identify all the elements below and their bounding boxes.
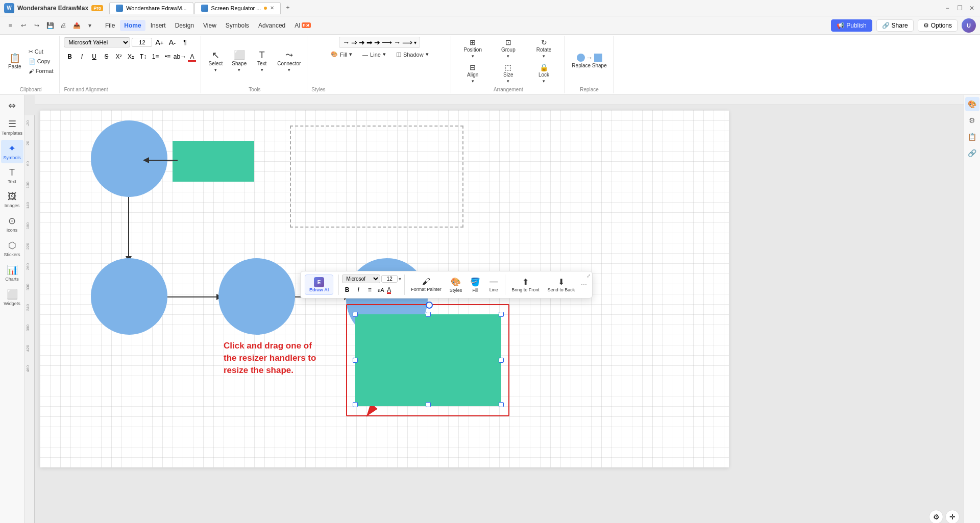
paragraph-align[interactable]: ¶ [179,37,190,48]
arrow-style-2[interactable]: ⇒ [351,38,357,46]
ft-bring-to-front[interactable]: ⬆ Bring to Front [508,275,543,295]
font-color[interactable]: A [186,51,198,62]
canvas[interactable]: Click and drag one ofthe resizer handler… [40,110,729,467]
sidebar-text[interactable]: T Text [1,164,23,187]
group-button[interactable]: ⊡ Group ▾ [491,37,526,61]
sidebar-templates[interactable]: ☰ Templates [1,115,23,139]
canvas-area[interactable]: -130 -90 -50 0 50 100 150 200 250 300 -2… [24,95,964,523]
ft-case[interactable]: aA [376,285,386,295]
list-ordered[interactable]: 1≡ [150,51,161,62]
circle-shape-1[interactable] [91,120,167,197]
menu-view[interactable]: View [199,20,220,31]
arrow-style-1[interactable]: → [342,38,350,46]
underline-button[interactable]: U [88,51,100,62]
font-increase[interactable]: A+ [154,37,165,48]
canvas-scroll-area[interactable]: Click and drag one ofthe resizer handler… [35,105,964,523]
align-button[interactable]: ⊟ Align ▾ [455,62,490,86]
ft-font-size[interactable] [381,275,398,283]
rs-link-btn[interactable]: 🔗 [965,146,979,160]
font-size-input[interactable] [132,38,152,47]
menu-design[interactable]: Design [171,20,198,31]
ft-send-to-back[interactable]: ⬇ Send to Back [545,275,578,295]
strikethrough-button[interactable]: S [101,51,112,62]
position-button[interactable]: ⊞ Position ▾ [455,37,490,61]
menu-insert[interactable]: Insert [146,20,170,31]
menu-advanced[interactable]: Advanced [254,20,289,31]
tab-screen-regulator[interactable]: Screen Regulator ... ✕ [194,2,281,14]
list-unordered[interactable]: •≡ [162,51,173,62]
connector-button[interactable]: ⤳ Connector ▾ [274,48,304,74]
edraw-ai-button[interactable]: E Edraw AI [305,275,333,295]
ft-italic[interactable]: I [353,285,363,295]
circle-shape-3[interactable] [218,258,295,335]
redo-button[interactable]: ↪ [31,19,43,32]
export-button[interactable]: 📤 [70,19,83,32]
arrow-style-4[interactable]: ➡ [366,38,373,46]
ft-line[interactable]: — Line [485,275,502,294]
minimize-button[interactable]: − [943,4,951,12]
word-wrap[interactable]: ab→ [174,51,185,62]
tab-close[interactable]: ✕ [270,5,274,11]
rect-shape-1[interactable] [173,141,254,182]
text-button[interactable]: T Text ▾ [253,48,271,74]
menu-symbols[interactable]: Symbols [222,20,253,31]
rotation-handle[interactable] [426,302,433,309]
arrow-style-3[interactable]: ➜ [359,38,365,46]
sidebar-widgets[interactable]: ⬜ Widgets [1,286,23,309]
rs-properties-btn[interactable]: ⚙ [965,113,979,128]
arrow-style-8[interactable]: ⟹ [402,38,412,46]
ft-align[interactable]: ≡ [364,285,375,295]
font-family-select[interactable]: Microsoft YaHei [64,37,130,47]
circle-shape-2[interactable] [91,258,167,335]
size-button[interactable]: ⬚ Size ▾ [491,62,526,86]
sidebar-icons[interactable]: ⊙ Icons [1,212,23,236]
ft-format-painter[interactable]: 🖌 Format Painter [408,275,445,294]
bold-button[interactable]: B [64,51,75,62]
italic-button[interactable]: I [76,51,87,62]
resize-handle-mr[interactable] [499,358,504,363]
restore-button[interactable]: ❐ [955,4,964,12]
format-button[interactable]: 🖌 Format [26,67,57,75]
resize-handle-br[interactable] [499,402,504,407]
arrow-style-7[interactable]: → [394,38,401,46]
save-button[interactable]: 💾 [44,19,56,32]
lock-button[interactable]: 🔒 Lock ▾ [527,62,561,86]
arrow-styles-more[interactable]: ▾ [414,40,416,45]
rotate-button[interactable]: ↻ Rotate ▾ [527,37,561,61]
font-decrease[interactable]: A- [166,37,178,48]
rs-style-btn[interactable]: 🎨 [965,97,979,111]
copy-button[interactable]: 📄 Copy [26,57,57,66]
resize-handle-ml[interactable] [353,358,358,363]
sidebar-charts[interactable]: 📊 Charts [1,261,23,285]
ft-bold[interactable]: B [342,285,352,295]
tab-edrawmax[interactable]: Wondershare EdrawM... [109,2,193,14]
ft-color[interactable]: A [387,286,391,293]
resize-handle-tl[interactable] [353,312,358,317]
rs-clipboard-btn[interactable]: 📋 [965,130,979,144]
publish-button[interactable]: 📢 Publish [831,19,872,32]
share-button[interactable]: 🔗 Share [876,19,914,32]
menu-home[interactable]: Home [120,20,145,31]
cut-button[interactable]: ✂ Cut [26,47,57,56]
fill-button[interactable]: 🎨 Fill ▾ [328,50,355,59]
sidebar-toggle[interactable]: ≡ [4,19,16,32]
resize-handle-bm[interactable] [426,402,431,407]
subscript-button[interactable]: X₂ [125,51,136,62]
toolbar-expand[interactable]: ⤢ [586,273,591,279]
sidebar-collapse[interactable]: ⇔ [1,97,23,114]
ft-size-dropdown[interactable]: ▾ [399,276,401,282]
arrow-style-6[interactable]: ⟶ [382,38,392,46]
superscript-button[interactable]: X² [113,51,124,62]
resize-handle-bl[interactable] [353,402,358,407]
menu-file[interactable]: File [101,20,119,31]
shape-button[interactable]: ⬜ Shape ▾ [229,48,250,74]
more-button[interactable]: ▾ [84,19,96,32]
settings-wheel[interactable]: ⚙ [929,510,943,523]
menu-ai[interactable]: AI hot [290,20,315,31]
arrow-style-5[interactable]: ➔ [374,38,380,46]
undo-button[interactable]: ↩ [17,19,30,32]
resize-handle-tm[interactable] [426,312,431,317]
sidebar-symbols[interactable]: ✦ Symbols [1,140,23,163]
shadow-button[interactable]: ◫ Shadow ▾ [393,50,432,59]
user-avatar[interactable]: U [962,18,976,33]
